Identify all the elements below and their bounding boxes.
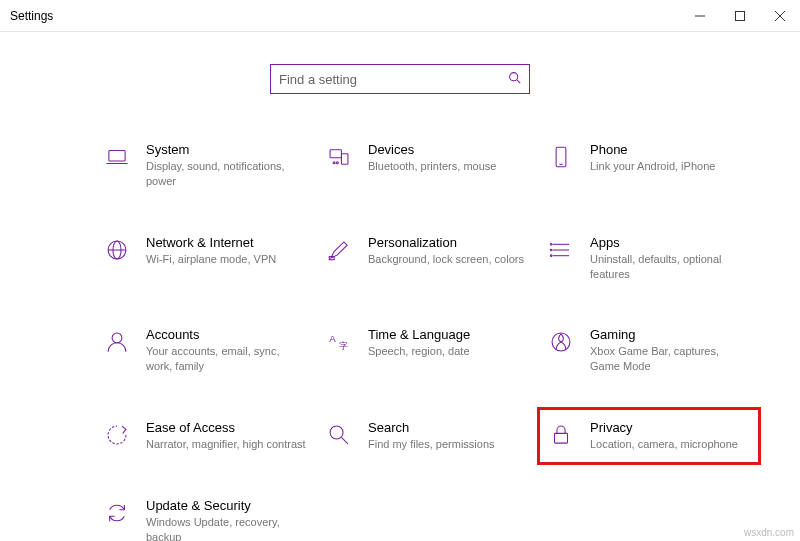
tile-desc: Narrator, magnifier, high contrast bbox=[146, 437, 306, 452]
update-icon bbox=[102, 498, 132, 528]
gaming-icon bbox=[546, 327, 576, 357]
tile-desc: Find my files, permissions bbox=[368, 437, 495, 452]
tile-desc: Location, camera, microphone bbox=[590, 437, 738, 452]
tile-title: Apps bbox=[590, 235, 750, 250]
tile-personalization[interactable]: Personalization Background, lock screen,… bbox=[322, 229, 532, 288]
svg-point-28 bbox=[330, 426, 343, 439]
svg-text:A: A bbox=[329, 333, 336, 344]
tile-gaming[interactable]: Gaming Xbox Game Bar, captures, Game Mod… bbox=[544, 321, 754, 380]
tile-desc: Windows Update, recovery, backup bbox=[146, 515, 306, 541]
tile-title: Privacy bbox=[590, 420, 738, 435]
tile-devices[interactable]: Devices Bluetooth, printers, mouse bbox=[322, 136, 532, 195]
search-tile-icon bbox=[324, 420, 354, 450]
svg-rect-30 bbox=[555, 433, 568, 443]
tile-desc: Display, sound, notifications, power bbox=[146, 159, 306, 189]
tile-title: Accounts bbox=[146, 327, 306, 342]
tile-apps[interactable]: Apps Uninstall, defaults, optional featu… bbox=[544, 229, 754, 288]
apps-icon bbox=[546, 235, 576, 265]
close-icon bbox=[775, 11, 785, 21]
tile-accounts[interactable]: Accounts Your accounts, email, sync, wor… bbox=[100, 321, 310, 380]
search-box[interactable] bbox=[270, 64, 530, 94]
globe-icon bbox=[102, 235, 132, 265]
tile-title: Devices bbox=[368, 142, 496, 157]
tile-title: Search bbox=[368, 420, 495, 435]
window-controls bbox=[680, 0, 800, 32]
tile-network[interactable]: Network & Internet Wi-Fi, airplane mode,… bbox=[100, 229, 310, 288]
tile-title: Time & Language bbox=[368, 327, 470, 342]
laptop-icon bbox=[102, 142, 132, 172]
close-button[interactable] bbox=[760, 0, 800, 32]
svg-rect-8 bbox=[330, 150, 341, 158]
tile-search[interactable]: Search Find my files, permissions bbox=[322, 414, 532, 458]
tile-desc: Uninstall, defaults, optional features bbox=[590, 252, 750, 282]
svg-point-23 bbox=[550, 255, 552, 257]
lock-icon bbox=[546, 420, 576, 450]
tile-title: Update & Security bbox=[146, 498, 306, 513]
svg-text:字: 字 bbox=[339, 341, 348, 351]
watermark: wsxdn.com bbox=[744, 527, 794, 538]
minimize-icon bbox=[695, 11, 705, 21]
tile-title: Personalization bbox=[368, 235, 524, 250]
tile-title: System bbox=[146, 142, 306, 157]
svg-rect-9 bbox=[341, 154, 348, 165]
svg-point-11 bbox=[336, 162, 338, 164]
tile-desc: Bluetooth, printers, mouse bbox=[368, 159, 496, 174]
titlebar: Settings bbox=[0, 0, 800, 32]
tile-desc: Your accounts, email, sync, work, family bbox=[146, 344, 306, 374]
tile-ease-of-access[interactable]: Ease of Access Narrator, magnifier, high… bbox=[100, 414, 310, 458]
tile-update-security[interactable]: Update & Security Windows Update, recove… bbox=[100, 492, 310, 541]
svg-rect-1 bbox=[736, 11, 745, 20]
time-language-icon: A字 bbox=[324, 327, 354, 357]
svg-line-29 bbox=[341, 438, 348, 445]
tile-desc: Xbox Game Bar, captures, Game Mode bbox=[590, 344, 750, 374]
minimize-button[interactable] bbox=[680, 0, 720, 32]
svg-point-4 bbox=[510, 73, 518, 81]
tile-title: Phone bbox=[590, 142, 715, 157]
maximize-icon bbox=[735, 11, 745, 21]
maximize-button[interactable] bbox=[720, 0, 760, 32]
tile-title: Network & Internet bbox=[146, 235, 276, 250]
svg-point-21 bbox=[550, 243, 552, 245]
tile-time-language[interactable]: A字 Time & Language Speech, region, date bbox=[322, 321, 532, 380]
svg-point-10 bbox=[333, 162, 335, 164]
paintbrush-icon bbox=[324, 235, 354, 265]
ease-of-access-icon bbox=[102, 420, 132, 450]
svg-line-5 bbox=[517, 80, 520, 83]
settings-grid: System Display, sound, notifications, po… bbox=[100, 136, 800, 541]
tile-desc: Background, lock screen, colors bbox=[368, 252, 524, 267]
tile-title: Ease of Access bbox=[146, 420, 306, 435]
tile-desc: Wi-Fi, airplane mode, VPN bbox=[146, 252, 276, 267]
search-icon bbox=[508, 71, 521, 87]
tile-desc: Speech, region, date bbox=[368, 344, 470, 359]
tile-desc: Link your Android, iPhone bbox=[590, 159, 715, 174]
window-title: Settings bbox=[10, 9, 53, 23]
phone-icon bbox=[546, 142, 576, 172]
svg-point-24 bbox=[112, 333, 122, 343]
devices-icon bbox=[324, 142, 354, 172]
search-area bbox=[0, 64, 800, 94]
tile-phone[interactable]: Phone Link your Android, iPhone bbox=[544, 136, 754, 195]
tile-privacy[interactable]: Privacy Location, camera, microphone bbox=[544, 414, 754, 458]
tile-system[interactable]: System Display, sound, notifications, po… bbox=[100, 136, 310, 195]
tile-title: Gaming bbox=[590, 327, 750, 342]
search-input[interactable] bbox=[279, 72, 508, 87]
svg-point-22 bbox=[550, 249, 552, 251]
svg-rect-6 bbox=[109, 151, 125, 162]
person-icon bbox=[102, 327, 132, 357]
